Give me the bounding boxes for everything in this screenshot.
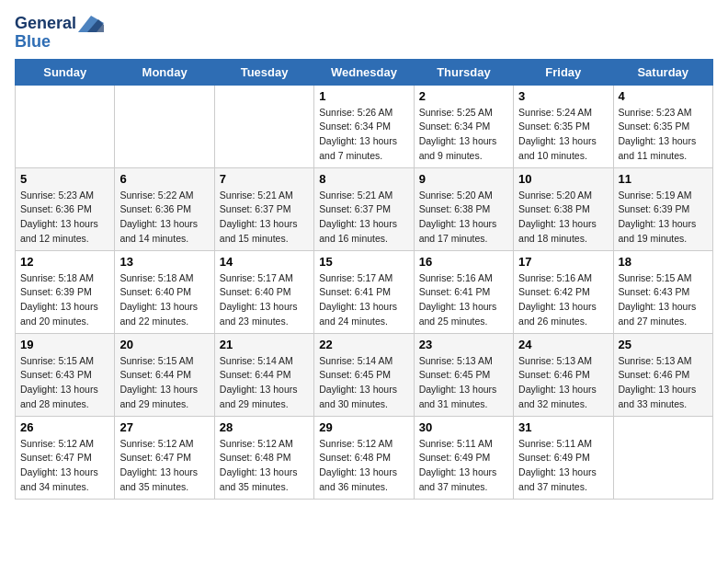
logo-general: General (15, 15, 76, 33)
day-number: 26 (20, 420, 109, 434)
calendar-cell: 12Sunrise: 5:18 AM Sunset: 6:39 PM Dayli… (16, 250, 115, 333)
calendar: SundayMondayTuesdayWednesdayThursdayFrid… (15, 59, 713, 500)
day-info: Sunrise: 5:17 AM Sunset: 6:41 PM Dayligh… (319, 271, 408, 329)
day-number: 20 (119, 338, 209, 351)
calendar-week-2: 5Sunrise: 5:23 AM Sunset: 6:36 PM Daylig… (16, 167, 713, 250)
day-info: Sunrise: 5:13 AM Sunset: 6:45 PM Dayligh… (419, 354, 508, 412)
day-info: Sunrise: 5:13 AM Sunset: 6:46 PM Dayligh… (619, 354, 708, 412)
calendar-cell: 13Sunrise: 5:18 AM Sunset: 6:40 PM Dayli… (115, 250, 214, 333)
day-number: 14 (220, 255, 309, 269)
calendar-cell: 1Sunrise: 5:26 AM Sunset: 6:34 PM Daylig… (314, 85, 414, 167)
logo: General Blue (15, 15, 104, 52)
calendar-cell: 22Sunrise: 5:14 AM Sunset: 6:45 PM Dayli… (314, 333, 414, 416)
day-info: Sunrise: 5:23 AM Sunset: 6:35 PM Dayligh… (619, 106, 708, 164)
day-number: 17 (518, 255, 608, 269)
calendar-cell: 24Sunrise: 5:13 AM Sunset: 6:46 PM Dayli… (514, 333, 613, 416)
day-header-tuesday: Tuesday (214, 59, 313, 85)
day-number: 16 (419, 255, 508, 269)
day-info: Sunrise: 5:22 AM Sunset: 6:36 PM Dayligh… (119, 189, 209, 247)
calendar-header-row: SundayMondayTuesdayWednesdayThursdayFrid… (16, 59, 713, 85)
day-info: Sunrise: 5:11 AM Sunset: 6:49 PM Dayligh… (518, 437, 608, 495)
day-info: Sunrise: 5:11 AM Sunset: 6:49 PM Dayligh… (419, 437, 508, 495)
day-info: Sunrise: 5:18 AM Sunset: 6:39 PM Dayligh… (20, 271, 109, 329)
day-info: Sunrise: 5:23 AM Sunset: 6:36 PM Dayligh… (20, 189, 109, 247)
day-number: 25 (619, 338, 708, 351)
day-info: Sunrise: 5:12 AM Sunset: 6:48 PM Dayligh… (220, 437, 309, 495)
day-number: 29 (319, 420, 408, 434)
calendar-cell (115, 85, 214, 167)
day-info: Sunrise: 5:16 AM Sunset: 6:41 PM Dayligh… (419, 271, 508, 329)
day-info: Sunrise: 5:12 AM Sunset: 6:48 PM Dayligh… (319, 437, 408, 495)
day-number: 3 (518, 89, 608, 103)
day-info: Sunrise: 5:16 AM Sunset: 6:42 PM Dayligh… (518, 271, 608, 329)
day-number: 31 (518, 420, 608, 434)
day-info: Sunrise: 5:19 AM Sunset: 6:39 PM Dayligh… (619, 189, 708, 247)
calendar-cell: 15Sunrise: 5:17 AM Sunset: 6:41 PM Dayli… (314, 250, 414, 333)
day-info: Sunrise: 5:14 AM Sunset: 6:45 PM Dayligh… (319, 354, 408, 412)
day-number: 2 (419, 89, 508, 103)
day-header-saturday: Saturday (613, 59, 712, 85)
calendar-week-5: 26Sunrise: 5:12 AM Sunset: 6:47 PM Dayli… (16, 416, 713, 499)
calendar-cell: 5Sunrise: 5:23 AM Sunset: 6:36 PM Daylig… (16, 167, 115, 250)
day-number: 9 (419, 172, 508, 186)
day-number: 6 (119, 172, 209, 186)
calendar-cell (16, 85, 115, 167)
calendar-cell (613, 416, 712, 499)
day-info: Sunrise: 5:15 AM Sunset: 6:43 PM Dayligh… (20, 354, 109, 412)
day-header-thursday: Thursday (414, 59, 513, 85)
calendar-cell: 11Sunrise: 5:19 AM Sunset: 6:39 PM Dayli… (613, 167, 712, 250)
calendar-cell: 29Sunrise: 5:12 AM Sunset: 6:48 PM Dayli… (314, 416, 414, 499)
calendar-cell: 30Sunrise: 5:11 AM Sunset: 6:49 PM Dayli… (414, 416, 513, 499)
day-number: 19 (20, 338, 109, 351)
calendar-week-3: 12Sunrise: 5:18 AM Sunset: 6:39 PM Dayli… (16, 250, 713, 333)
calendar-cell: 18Sunrise: 5:15 AM Sunset: 6:43 PM Dayli… (613, 250, 712, 333)
calendar-cell: 25Sunrise: 5:13 AM Sunset: 6:46 PM Dayli… (613, 333, 712, 416)
calendar-cell: 2Sunrise: 5:25 AM Sunset: 6:34 PM Daylig… (414, 85, 513, 167)
calendar-cell: 23Sunrise: 5:13 AM Sunset: 6:45 PM Dayli… (414, 333, 513, 416)
calendar-cell: 3Sunrise: 5:24 AM Sunset: 6:35 PM Daylig… (514, 85, 613, 167)
calendar-cell: 7Sunrise: 5:21 AM Sunset: 6:37 PM Daylig… (214, 167, 313, 250)
calendar-cell: 31Sunrise: 5:11 AM Sunset: 6:49 PM Dayli… (514, 416, 613, 499)
day-info: Sunrise: 5:25 AM Sunset: 6:34 PM Dayligh… (419, 106, 508, 164)
day-info: Sunrise: 5:20 AM Sunset: 6:38 PM Dayligh… (518, 189, 608, 247)
logo-icon (78, 16, 104, 32)
day-info: Sunrise: 5:12 AM Sunset: 6:47 PM Dayligh… (119, 437, 209, 495)
calendar-week-1: 1Sunrise: 5:26 AM Sunset: 6:34 PM Daylig… (16, 85, 713, 167)
calendar-week-4: 19Sunrise: 5:15 AM Sunset: 6:43 PM Dayli… (16, 333, 713, 416)
calendar-cell: 26Sunrise: 5:12 AM Sunset: 6:47 PM Dayli… (16, 416, 115, 499)
day-header-monday: Monday (115, 59, 214, 85)
day-info: Sunrise: 5:26 AM Sunset: 6:34 PM Dayligh… (319, 106, 408, 164)
day-number: 4 (619, 89, 708, 103)
day-info: Sunrise: 5:20 AM Sunset: 6:38 PM Dayligh… (419, 189, 508, 247)
calendar-cell: 21Sunrise: 5:14 AM Sunset: 6:44 PM Dayli… (214, 333, 313, 416)
day-number: 22 (319, 338, 408, 351)
calendar-cell: 9Sunrise: 5:20 AM Sunset: 6:38 PM Daylig… (414, 167, 513, 250)
day-number: 27 (119, 420, 209, 434)
calendar-cell: 19Sunrise: 5:15 AM Sunset: 6:43 PM Dayli… (16, 333, 115, 416)
day-number: 18 (619, 255, 708, 269)
calendar-cell: 28Sunrise: 5:12 AM Sunset: 6:48 PM Dayli… (214, 416, 313, 499)
day-info: Sunrise: 5:24 AM Sunset: 6:35 PM Dayligh… (518, 106, 608, 164)
day-number: 1 (319, 89, 408, 103)
calendar-cell: 6Sunrise: 5:22 AM Sunset: 6:36 PM Daylig… (115, 167, 214, 250)
day-number: 10 (518, 172, 608, 186)
calendar-cell: 27Sunrise: 5:12 AM Sunset: 6:47 PM Dayli… (115, 416, 214, 499)
day-number: 23 (419, 338, 508, 351)
day-number: 7 (220, 172, 309, 186)
day-info: Sunrise: 5:18 AM Sunset: 6:40 PM Dayligh… (119, 271, 209, 329)
day-info: Sunrise: 5:15 AM Sunset: 6:43 PM Dayligh… (619, 271, 708, 329)
calendar-cell: 17Sunrise: 5:16 AM Sunset: 6:42 PM Dayli… (514, 250, 613, 333)
calendar-cell: 4Sunrise: 5:23 AM Sunset: 6:35 PM Daylig… (613, 85, 712, 167)
calendar-cell (214, 85, 313, 167)
day-info: Sunrise: 5:15 AM Sunset: 6:44 PM Dayligh… (119, 354, 209, 412)
day-number: 28 (220, 420, 309, 434)
day-info: Sunrise: 5:21 AM Sunset: 6:37 PM Dayligh… (319, 189, 408, 247)
calendar-cell: 20Sunrise: 5:15 AM Sunset: 6:44 PM Dayli… (115, 333, 214, 416)
day-number: 8 (319, 172, 408, 186)
day-info: Sunrise: 5:12 AM Sunset: 6:47 PM Dayligh… (20, 437, 109, 495)
calendar-cell: 8Sunrise: 5:21 AM Sunset: 6:37 PM Daylig… (314, 167, 414, 250)
day-number: 13 (119, 255, 209, 269)
day-number: 15 (319, 255, 408, 269)
day-number: 30 (419, 420, 508, 434)
day-number: 12 (20, 255, 109, 269)
